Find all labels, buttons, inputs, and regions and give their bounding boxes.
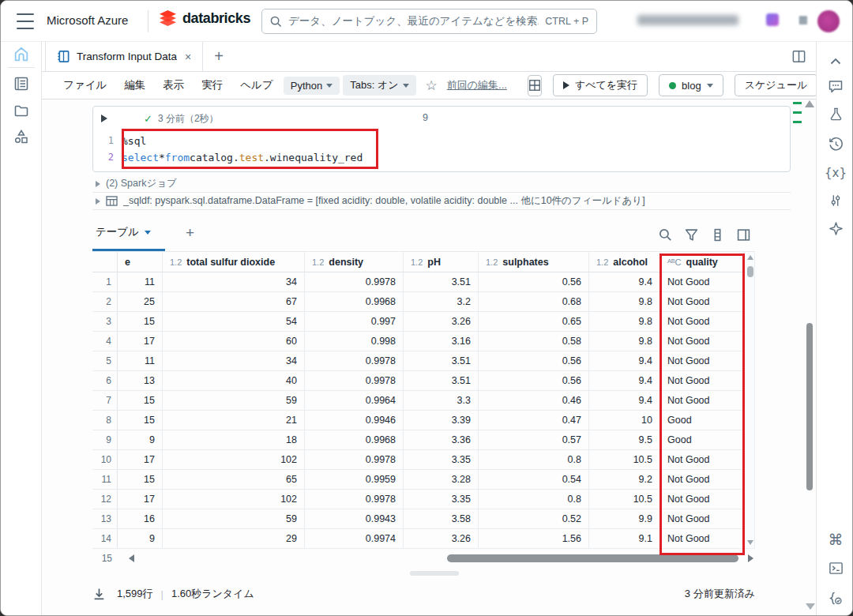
new-tab-button[interactable]: + (203, 42, 235, 71)
avatar[interactable] (817, 10, 840, 32)
column-header-total-sulfur-dioxide[interactable]: 1.2total sulfur dioxide (163, 252, 305, 272)
line-number: 2 (93, 149, 122, 166)
cell-header: ✓ 3 分前（2秒） 9 (93, 107, 790, 130)
run-all-button[interactable]: すべてを実行 (553, 74, 648, 96)
table-row: 417600.9983.160.589.8Not Good (92, 332, 744, 351)
scroll-left-icon[interactable] (129, 554, 134, 562)
hscrollbar-thumb[interactable] (447, 554, 738, 562)
scrollbar-thumb[interactable] (747, 266, 753, 277)
version-history-icon[interactable] (826, 134, 845, 153)
column-header-e[interactable]: e (118, 252, 163, 272)
minimap-change-mark (793, 121, 802, 123)
table-cell: 3.16 (404, 332, 479, 351)
menu-file[interactable]: ファイル (56, 75, 114, 96)
scroll-up-icon[interactable] (747, 255, 753, 260)
tab-transform-input-data[interactable]: Transform Input Data × (45, 42, 203, 71)
last-edit-link[interactable]: 前回の編集... (447, 78, 507, 92)
collapse-panel-icon[interactable] (826, 51, 845, 70)
tab-close-icon[interactable]: × (183, 51, 193, 63)
code-token: .winequality_red (264, 149, 363, 166)
column-header-quality[interactable]: ᴬᴮCquality (660, 252, 744, 272)
menu-help[interactable]: ヘルプ (233, 75, 280, 96)
sidebar-item-workspace-folder[interactable] (12, 101, 31, 120)
download-icon[interactable] (92, 588, 106, 601)
comments-icon[interactable] (826, 77, 845, 96)
experiments-flask-icon[interactable] (826, 104, 845, 123)
scroll-right-icon[interactable] (748, 554, 753, 562)
column-header-pH[interactable]: 1.2pH (404, 252, 479, 272)
menu-view[interactable]: 表示 (156, 75, 191, 96)
notebook-scroll-up-icon[interactable] (805, 100, 814, 107)
cluster-selector[interactable]: blog (659, 74, 723, 96)
favorite-star-icon[interactable]: ☆ (419, 77, 444, 94)
code-editor[interactable]: 1%sql2select * from catalog.test.winequa… (93, 130, 790, 171)
column-label: e (125, 257, 130, 268)
shortcuts-command-icon[interactable]: ⌘ (826, 530, 845, 549)
sqldf-dataframe-toggle[interactable]: _sqldf: pyspark.sql.dataframe.DataFrame … (92, 193, 791, 210)
cluster-name: blog (682, 80, 701, 92)
minimap-change-mark (793, 102, 802, 104)
table-cell: Not Good (660, 292, 744, 311)
split-view-icon[interactable] (791, 49, 806, 64)
table-vertical-scrollbar[interactable] (744, 251, 755, 549)
table-cell: 0.52 (479, 509, 589, 528)
search-results-icon[interactable] (659, 228, 672, 242)
spark-jobs-toggle[interactable]: (2) Sparkジョブ (92, 175, 791, 193)
table-cell: 10.5 (589, 490, 660, 509)
horizontal-scrollbar[interactable] (137, 554, 745, 562)
notebook-scrollbar-thumb[interactable] (806, 323, 813, 490)
scroll-down-icon[interactable] (747, 540, 753, 545)
layout-grid-button[interactable] (528, 75, 542, 96)
table-cell: 0.9968 (305, 430, 404, 449)
code-token: catalog. (190, 149, 239, 166)
global-search-input[interactable]: データ、ノートブック、最近のアイテムなどを検索... CTRL + P (261, 9, 597, 34)
run-cell-icon[interactable] (101, 115, 107, 122)
table-cell: 0.8 (479, 450, 589, 469)
results-resize-handle[interactable] (410, 571, 459, 576)
column-header-sulphates[interactable]: 1.2sulphates (479, 252, 589, 272)
table-cell: 15 (118, 470, 163, 489)
databricks-logo[interactable]: databricks (159, 9, 250, 28)
side-panel-icon[interactable] (737, 228, 750, 242)
variables-icon[interactable]: {x} (826, 163, 845, 182)
assistant-sparkle-icon[interactable] (826, 219, 845, 238)
code-line[interactable]: 2select * from catalog.test.winequality_… (93, 149, 790, 166)
credits-icon[interactable] (766, 13, 779, 26)
table-cell: Not Good (660, 371, 744, 390)
tabs-toggle[interactable]: Tabs: オン (343, 75, 415, 96)
workspace-name-redacted[interactable] (637, 15, 738, 25)
sidebar-item-workflows[interactable] (12, 127, 31, 146)
table-row: 511340.99783.510.569.4Not Good (92, 351, 744, 371)
menu-edit[interactable]: 編集 (117, 75, 152, 96)
column-header-alcohol[interactable]: 1.2alcohol (589, 252, 660, 272)
row-number: 2 (92, 292, 118, 311)
row-number: 4 (92, 332, 118, 351)
add-visualization-button[interactable]: + (165, 224, 194, 251)
code-token: test (239, 149, 264, 166)
row-options-icon[interactable] (711, 228, 724, 242)
run-all-label: すべてを実行 (575, 78, 637, 92)
sidebar-item-home[interactable] (12, 45, 31, 64)
menu-run[interactable]: 実行 (194, 75, 230, 96)
filter-icon[interactable] (685, 228, 698, 242)
language-selector[interactable]: Python (284, 77, 340, 95)
code-line[interactable]: 1%sql (93, 133, 790, 149)
schedule-button[interactable]: スケジュール (735, 74, 818, 96)
table-cell: 15 (118, 312, 163, 331)
terminal-icon[interactable] (826, 558, 845, 577)
divider: | (161, 588, 163, 600)
portal-grid-icon[interactable]: ▦ (797, 13, 810, 26)
table-cell: 3.51 (404, 371, 479, 390)
table-view-tab[interactable]: テーブル (92, 225, 165, 251)
hamburger-menu-icon[interactable] (17, 13, 34, 29)
lint-check-icon[interactable] (826, 588, 845, 607)
notebook-scroll-down-icon[interactable] (806, 603, 815, 610)
sidebar-item-notebooks[interactable] (12, 74, 31, 93)
column-label: pH (427, 257, 441, 268)
notebook-icon (57, 50, 70, 63)
play-icon (563, 81, 569, 89)
environment-settings-icon[interactable] (826, 191, 845, 210)
table-row: 10171020.99783.350.810.5Not Good (92, 450, 744, 470)
column-header-density[interactable]: 1.2density (305, 252, 404, 272)
table-cell: 16 (118, 509, 163, 528)
